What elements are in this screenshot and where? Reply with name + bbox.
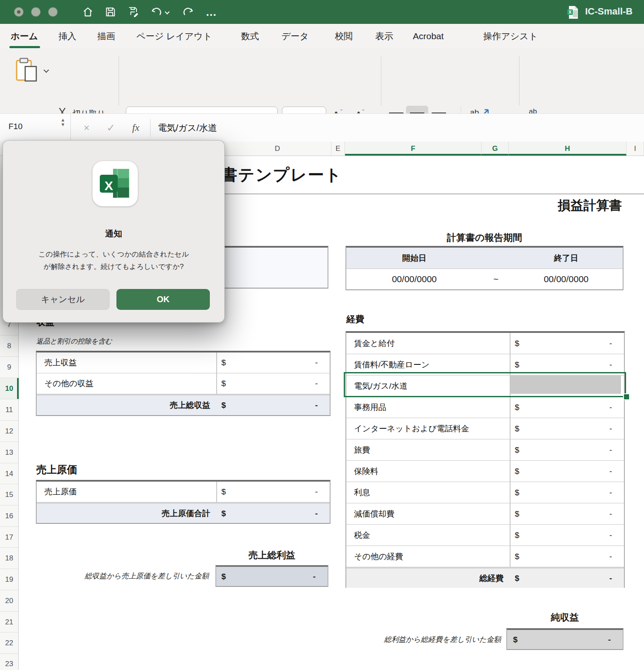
row-header-12[interactable]: 12 [0, 421, 18, 442]
table-row[interactable]: 旅費$- [346, 439, 624, 461]
row-header-21[interactable]: 21 [0, 612, 18, 632]
total-label: 総経費 [479, 569, 504, 588]
table-row[interactable]: 事務用品$- [346, 397, 624, 418]
row-header-20[interactable]: 20 [0, 590, 18, 612]
expenses-table[interactable]: 賃金と給付$- 賃借料/不動産ローン$- 電気/ガス/水道$- 事務用品$- イ… [345, 331, 625, 588]
tab-page-layout[interactable]: ページ レイアウト [136, 24, 212, 49]
insert-function-button[interactable]: fx [132, 114, 139, 142]
column-header-D[interactable]: D [224, 142, 331, 156]
paste-menu-chevron-icon[interactable] [44, 67, 49, 73]
cogs-total-row[interactable]: 売上原価合計 $ - [37, 502, 330, 523]
row-header-23[interactable]: 23 [0, 654, 18, 670]
undo-menu-chevron-icon[interactable] [165, 9, 169, 14]
row-label: 売上収益 [44, 352, 77, 373]
expenses-total-row[interactable]: 総経費 $ - [346, 567, 624, 588]
row-header-10[interactable]: 10 [0, 378, 18, 399]
cogs-table[interactable]: 売上原価 $ - 売上原価合計 $ - [36, 480, 331, 524]
undo-icon [150, 6, 163, 18]
home-quick-button[interactable] [82, 0, 94, 24]
table-row[interactable]: 利息$- [346, 482, 624, 503]
column-header-H[interactable]: H [509, 142, 627, 156]
table-row[interactable]: その他の経費$- [346, 546, 624, 567]
workbook-file-icon: X [566, 6, 579, 19]
period-end-value[interactable]: 00/00/0000 [510, 269, 623, 289]
tab-insert[interactable]: 挿入 [58, 24, 76, 49]
revenue-table[interactable]: 売上収益 $ - その他の収益 $ - 売上総収益 $ - [36, 351, 331, 416]
save-as-button[interactable] [127, 0, 140, 24]
tab-draw[interactable]: 描画 [97, 24, 115, 49]
table-row[interactable]: 売上原価 $ - [37, 482, 330, 502]
tab-data[interactable]: データ [281, 24, 309, 49]
paste-button[interactable] [14, 57, 39, 85]
period-separator: ~ [482, 269, 510, 289]
currency-symbol: $ [221, 373, 226, 394]
column-header-E[interactable]: E [331, 142, 345, 156]
period-start-value[interactable]: 00/00/0000 [346, 269, 482, 289]
excel-x-letter: X [104, 179, 113, 193]
row-label: 税金 [354, 525, 370, 546]
save-as-icon [127, 6, 140, 18]
row-header-16[interactable]: 16 [0, 505, 18, 527]
table-row[interactable]: 保険料$- [346, 461, 624, 482]
cancel-button[interactable]: キャンセル [16, 289, 110, 310]
period-value-row[interactable]: 00/00/0000 ~ 00/00/0000 [346, 269, 623, 289]
net-income-note: 総利益から総経費を差し引いた金額 [299, 635, 501, 644]
revenue-total-row[interactable]: 売上総収益 $ - [37, 394, 330, 415]
close-window-button[interactable] [14, 7, 23, 17]
name-box-spinner[interactable]: ▲ ▼ [61, 118, 65, 127]
undo-button[interactable] [150, 0, 169, 24]
table-row[interactable]: 売上収益 $ - [37, 352, 330, 373]
tab-formulas[interactable]: 数式 [241, 24, 259, 49]
zoom-window-button[interactable] [48, 7, 58, 17]
currency-symbol: $ [221, 352, 226, 373]
name-box[interactable]: F10 ▲ ▼ [0, 114, 71, 142]
formula-text: 電気/ガス/水道 [158, 122, 217, 134]
spinner-down-icon: ▼ [61, 122, 65, 127]
tab-view[interactable]: 表示 [375, 24, 393, 49]
table-row[interactable]: インターネットおよび電話料金$- [346, 418, 624, 439]
row-header-17[interactable]: 17 [0, 527, 18, 548]
row-header-11[interactable]: 11 [0, 399, 18, 421]
gross-profit-cell[interactable]: $ - [215, 565, 328, 587]
cancel-entry-button[interactable]: × [84, 114, 90, 142]
column-header-G[interactable]: G [482, 142, 509, 156]
redo-button[interactable] [182, 0, 194, 24]
active-selection-border[interactable] [344, 372, 626, 397]
row-header-14[interactable]: 14 [0, 463, 18, 484]
formula-input[interactable]: 電気/ガス/水道 [158, 114, 217, 142]
column-header-F[interactable]: F [345, 142, 482, 156]
ok-button[interactable]: OK [116, 289, 210, 310]
currency-symbol: $ [515, 546, 519, 567]
row-header-8[interactable]: 8 [0, 335, 18, 357]
row-header-9[interactable]: 9 [0, 357, 18, 378]
table-row[interactable]: その他の収益 $ - [37, 373, 330, 394]
row-label: 事務用品 [354, 397, 386, 418]
fill-handle[interactable] [623, 393, 630, 400]
save-button[interactable] [104, 0, 116, 24]
cell-value: - [315, 396, 318, 415]
more-commands-button[interactable]: … [206, 0, 218, 24]
currency-symbol: $ [515, 333, 519, 354]
minimize-window-button[interactable] [31, 7, 41, 17]
table-row[interactable]: 賃金と給付$- [346, 333, 624, 354]
enter-entry-button[interactable]: ✓ [107, 114, 115, 142]
table-row[interactable]: 税金$- [346, 525, 624, 546]
table-row[interactable]: 減価償却費$- [346, 503, 624, 525]
row-header-13[interactable]: 13 [0, 442, 18, 463]
tab-home[interactable]: ホーム [11, 24, 38, 49]
row-label: その他の収益 [44, 373, 93, 394]
excel-app-icon: X [93, 161, 138, 206]
column-header-I[interactable]: I [627, 142, 644, 156]
currency-symbol: $ [515, 439, 519, 460]
currency-symbol: $ [221, 396, 226, 415]
row-header-18[interactable]: 18 [0, 548, 18, 569]
tab-review[interactable]: 校閲 [335, 24, 353, 49]
net-income-title: 純収益 [506, 611, 624, 624]
tab-acrobat[interactable]: Acrobat [413, 24, 444, 49]
row-header-22[interactable]: 22 [0, 632, 18, 654]
row-header-15[interactable]: 15 [0, 484, 18, 505]
period-table[interactable]: 開始日 終了日 00/00/0000 ~ 00/00/0000 [345, 246, 624, 290]
tab-tell-me[interactable]: 操作アシスト [483, 24, 538, 49]
net-income-cell[interactable]: $ - [506, 628, 624, 650]
titlebar: … X IC-Small-B [0, 0, 644, 24]
